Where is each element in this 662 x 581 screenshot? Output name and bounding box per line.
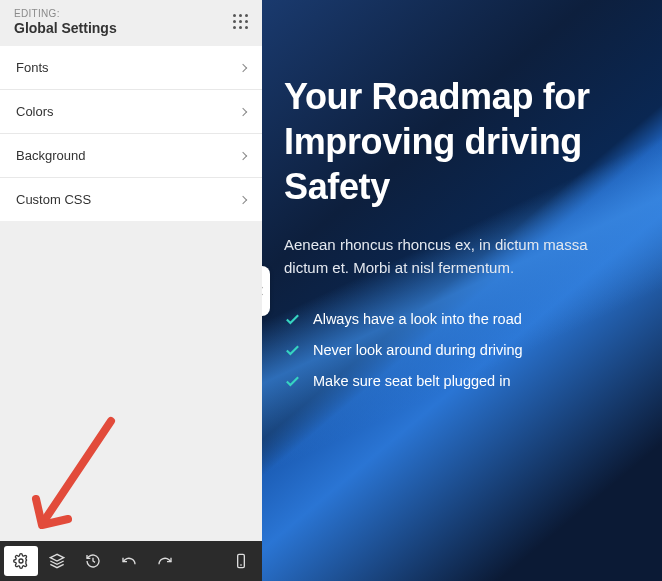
sidebar-spacer [0, 221, 262, 541]
menu-item-label: Background [16, 148, 85, 163]
editing-label: EDITING: [14, 8, 117, 19]
menu-item-colors[interactable]: Colors [0, 90, 262, 134]
undo-icon [121, 553, 137, 569]
checklist-text: Never look around during driving [313, 342, 523, 358]
menu-item-background[interactable]: Background [0, 134, 262, 178]
chevron-right-icon [239, 63, 247, 71]
menu-item-label: Colors [16, 104, 54, 119]
header-text: EDITING: Global Settings [14, 8, 117, 36]
layers-button[interactable] [40, 546, 74, 576]
sidebar-header: EDITING: Global Settings [0, 0, 262, 46]
mobile-icon [233, 553, 249, 569]
panel-collapse-handle[interactable] [262, 266, 270, 316]
menu-item-label: Fonts [16, 60, 49, 75]
checklist-text: Make sure seat belt plugged in [313, 373, 511, 389]
gear-icon [13, 553, 29, 569]
sidebar-footer [0, 541, 262, 581]
checklist-item: Never look around during driving [284, 335, 634, 366]
menu-item-fonts[interactable]: Fonts [0, 46, 262, 90]
settings-button[interactable] [4, 546, 38, 576]
hero-description: Aenean rhoncus rhoncus ex, in dictum mas… [284, 233, 634, 280]
checklist-text: Always have a look into the road [313, 311, 522, 327]
settings-menu: Fonts Colors Background Custom CSS [0, 46, 262, 221]
undo-button[interactable] [112, 546, 146, 576]
history-icon [85, 553, 101, 569]
menu-item-label: Custom CSS [16, 192, 91, 207]
hero-content: Your Roadmap for Improving driving Safet… [262, 0, 662, 397]
responsive-mobile-button[interactable] [224, 546, 258, 576]
layers-icon [49, 553, 65, 569]
checklist-item: Always have a look into the road [284, 304, 634, 335]
svg-marker-1 [50, 554, 63, 561]
chevron-right-icon [239, 151, 247, 159]
hero-title: Your Roadmap for Improving driving Safet… [284, 74, 634, 209]
editor-sidebar: EDITING: Global Settings Fonts Colors Ba… [0, 0, 262, 581]
panel-title: Global Settings [14, 20, 117, 36]
redo-icon [157, 553, 173, 569]
checklist-item: Make sure seat belt plugged in [284, 366, 634, 397]
hero-checklist: Always have a look into the road Never l… [284, 304, 634, 397]
svg-rect-2 [238, 554, 245, 567]
svg-point-0 [19, 559, 23, 563]
apps-grid-icon[interactable] [233, 14, 248, 29]
redo-button[interactable] [148, 546, 182, 576]
check-icon [284, 311, 301, 328]
history-button[interactable] [76, 546, 110, 576]
check-icon [284, 373, 301, 390]
chevron-right-icon [239, 107, 247, 115]
preview-pane: Your Roadmap for Improving driving Safet… [262, 0, 662, 581]
chevron-left-icon [262, 286, 266, 294]
chevron-right-icon [239, 195, 247, 203]
check-icon [284, 342, 301, 359]
menu-item-custom-css[interactable]: Custom CSS [0, 178, 262, 221]
